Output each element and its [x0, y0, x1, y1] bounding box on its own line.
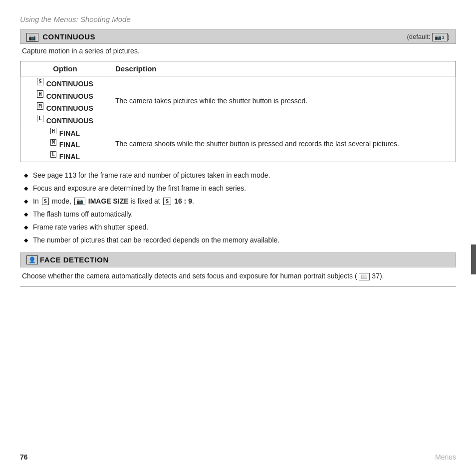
continuous-section-header: 📷 CONTINUOUS (default: 📷₂)	[20, 29, 456, 44]
m-final-icon: M	[50, 139, 56, 146]
face-detection-description: Choose whether the camera automatically …	[20, 270, 456, 281]
face-detection-body: Choose whether the camera automatically …	[20, 270, 456, 287]
continuous-header-title: 📷 CONTINUOUS	[26, 32, 95, 41]
l-continuous-icon: L	[37, 115, 43, 122]
continuous-default-text: (default: 📷₂)	[407, 33, 450, 40]
continuous-subtitle: Capture motion in a series of pictures.	[20, 47, 456, 55]
face-detection-icon: 👤	[26, 255, 38, 264]
table-row: H FINAL The camera shoots while the shut…	[20, 126, 456, 138]
m-continuous-icon: M	[37, 102, 43, 110]
note-6: The number of pictures that can be recor…	[24, 235, 456, 245]
book-icon: 📖	[359, 273, 370, 280]
desc-cell-continuous: The camera takes pictures while the shut…	[110, 76, 456, 126]
option-cell-h-final: H FINAL	[20, 126, 110, 138]
table-row: S CONTINUOUS The camera takes pictures w…	[20, 76, 456, 89]
mode-icon-inline: S	[42, 198, 49, 205]
l-final-icon: L	[50, 151, 56, 158]
option-cell-s-cont: S CONTINUOUS	[20, 76, 110, 89]
desc-cell-final: The camera shoots while the shutter butt…	[110, 126, 456, 162]
option-cell-m-cont: M CONTINUOUS	[20, 101, 110, 113]
options-table: Option Description S CONTINUOUS The came…	[20, 61, 456, 162]
note-5: Frame rate varies with shutter speed.	[24, 222, 456, 233]
option-cell-l-final: L FINAL	[20, 150, 110, 162]
option-cell-h-cont: H CONTINUOUS	[20, 89, 110, 101]
col-option-header: Option	[20, 61, 110, 76]
option-cell-m-final: M FINAL	[20, 138, 110, 150]
face-detection-section-header: 👤 FACE DETECTION	[20, 252, 456, 267]
side-tab	[471, 244, 476, 274]
page: Using the Menus: Shooting Mode 📷 CONTINU…	[0, 0, 476, 476]
col-description-header: Description	[110, 61, 456, 76]
note-1: See page 113 for the frame rate and numb…	[24, 170, 456, 181]
note-4: The flash turns off automatically.	[24, 209, 456, 220]
page-number: 76	[20, 453, 28, 461]
note-2: Focus and exposure are determined by the…	[24, 183, 456, 194]
page-label: Menus	[435, 453, 456, 461]
face-detection-title: FACE DETECTION	[40, 255, 109, 264]
h-continuous-icon: H	[37, 90, 43, 98]
s-continuous-icon: S	[37, 78, 43, 85]
h-final-icon: H	[50, 128, 56, 134]
continuous-header-icon: 📷	[26, 33, 38, 42]
page-title: Using the Menus: Shooting Mode	[20, 15, 456, 23]
option-cell-l-cont: L CONTINUOUS	[20, 113, 110, 126]
size-icon-inline: S	[163, 198, 172, 205]
note-3: In S mode, 📷 IMAGE SIZE is fixed at S 16…	[24, 196, 456, 207]
default-icon: 📷₂	[432, 33, 448, 41]
notes-section: See page 113 for the frame rate and numb…	[20, 170, 456, 245]
image-size-icon: 📷	[74, 198, 85, 205]
